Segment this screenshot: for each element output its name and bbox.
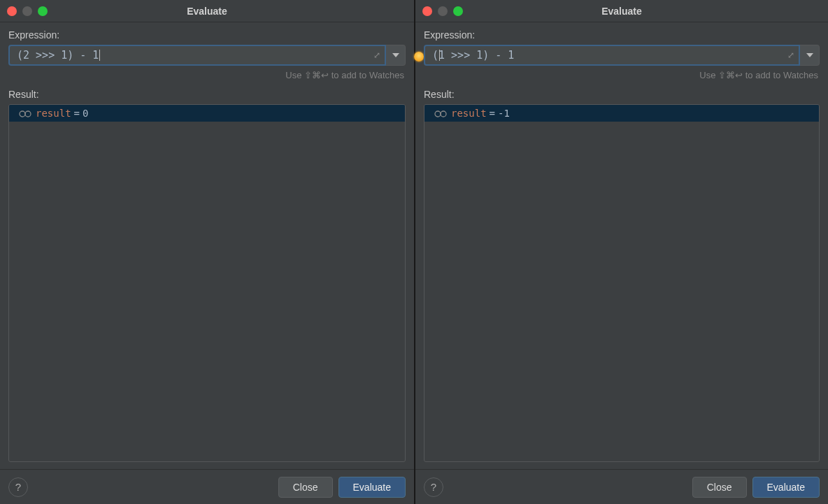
equals-sign: = (74, 108, 80, 119)
window-close-icon[interactable] (7, 6, 17, 16)
help-button[interactable]: ? (424, 477, 443, 497)
titlebar: Evaluate (415, 0, 828, 22)
evaluate-dialog: Evaluate Expression: ⤢ Use ⇧⌘↩ to add to… (414, 0, 828, 504)
dialog-footer: ? Close Evaluate (415, 469, 828, 504)
result-tree[interactable]: result = -1 (424, 104, 820, 462)
window-controls (7, 6, 48, 16)
history-dropdown-button[interactable] (386, 45, 406, 66)
svg-point-3 (441, 111, 446, 117)
dialog-body: Expression: ⤢ Use ⇧⌘↩ to add to Watches … (0, 22, 414, 469)
text-caret (99, 50, 100, 61)
result-name: result (451, 108, 487, 119)
window-maximize-icon[interactable] (38, 6, 48, 16)
close-button[interactable]: Close (692, 477, 747, 498)
window-maximize-icon[interactable] (453, 6, 463, 16)
dual-pane-container: Evaluate Expression: ⤢ Use ⇧⌘↩ to add to… (0, 0, 828, 504)
dialog-footer: ? Close Evaluate (0, 469, 414, 504)
close-button[interactable]: Close (278, 477, 333, 498)
expression-label: Expression: (8, 29, 406, 41)
evaluate-button[interactable]: Evaluate (338, 477, 406, 498)
window-controls (422, 6, 463, 16)
equals-sign: = (490, 108, 495, 119)
svg-point-0 (20, 111, 25, 117)
result-row[interactable]: result = 0 (9, 105, 405, 122)
watch-icon (434, 109, 447, 117)
text-caret (439, 50, 440, 61)
svg-point-2 (435, 111, 441, 117)
result-row[interactable]: result = -1 (424, 105, 819, 122)
watch-icon (19, 109, 31, 117)
intention-bulb-icon[interactable] (414, 52, 424, 62)
titlebar: Evaluate (0, 0, 414, 22)
result-label: Result: (8, 89, 406, 100)
expression-row: ⤢ (424, 45, 820, 66)
expression-row: ⤢ (8, 45, 406, 66)
window-minimize-icon[interactable] (438, 6, 448, 16)
expression-label: Expression: (424, 29, 820, 41)
result-value: 0 (83, 108, 88, 119)
window-title: Evaluate (415, 6, 828, 17)
watches-hint: Use ⇧⌘↩ to add to Watches (8, 70, 404, 80)
expression-input[interactable] (424, 45, 800, 66)
result-label: Result: (424, 89, 820, 100)
dialog-body: Expression: ⤢ Use ⇧⌘↩ to add to Watches … (415, 22, 828, 469)
history-dropdown-button[interactable] (800, 45, 820, 66)
expression-wrap: ⤢ (424, 45, 800, 66)
window-minimize-icon[interactable] (22, 6, 32, 16)
watches-hint: Use ⇧⌘↩ to add to Watches (424, 70, 818, 80)
result-name: result (36, 108, 71, 119)
result-tree[interactable]: result = 0 (8, 104, 406, 462)
expression-input[interactable] (8, 45, 386, 66)
evaluate-dialog: Evaluate Expression: ⤢ Use ⇧⌘↩ to add to… (0, 0, 414, 504)
expression-wrap: ⤢ (8, 45, 386, 66)
window-close-icon[interactable] (422, 6, 432, 16)
svg-point-1 (25, 111, 31, 117)
evaluate-button[interactable]: Evaluate (752, 477, 820, 498)
chevron-down-icon (392, 53, 399, 57)
chevron-down-icon (806, 53, 813, 57)
help-button[interactable]: ? (8, 477, 28, 497)
window-title: Evaluate (0, 6, 414, 17)
result-value: -1 (498, 108, 510, 119)
